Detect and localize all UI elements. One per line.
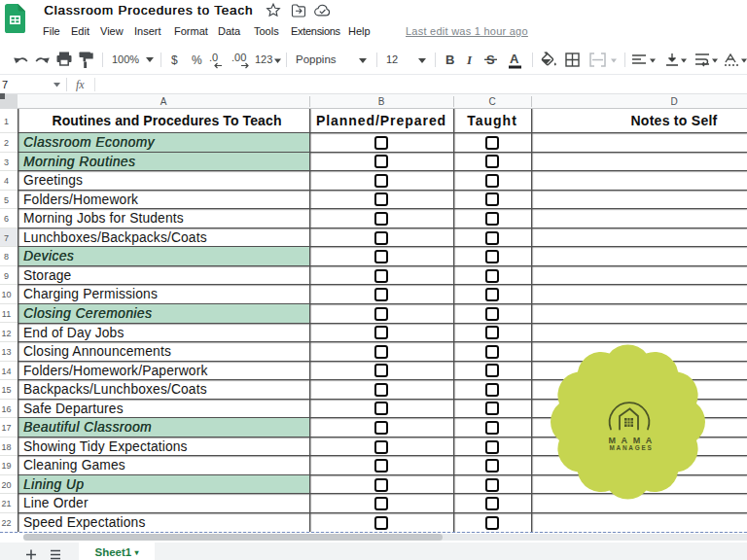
svg-text:MANAGES: MANAGES xyxy=(610,444,654,451)
svg-text:.00: .00 xyxy=(231,52,246,63)
svg-text:%: % xyxy=(192,53,202,67)
svg-text:MAMA: MAMA xyxy=(609,436,658,445)
svg-text:B: B xyxy=(445,52,454,67)
svg-text:12: 12 xyxy=(386,53,398,65)
svg-text:123: 123 xyxy=(255,53,272,65)
svg-text:100%: 100% xyxy=(112,53,139,65)
svg-text:$: $ xyxy=(171,53,178,67)
svg-text:I: I xyxy=(466,52,473,67)
svg-text:Poppins: Poppins xyxy=(296,53,337,65)
svg-text:.0: .0 xyxy=(209,52,218,63)
svg-text:A: A xyxy=(510,52,519,66)
